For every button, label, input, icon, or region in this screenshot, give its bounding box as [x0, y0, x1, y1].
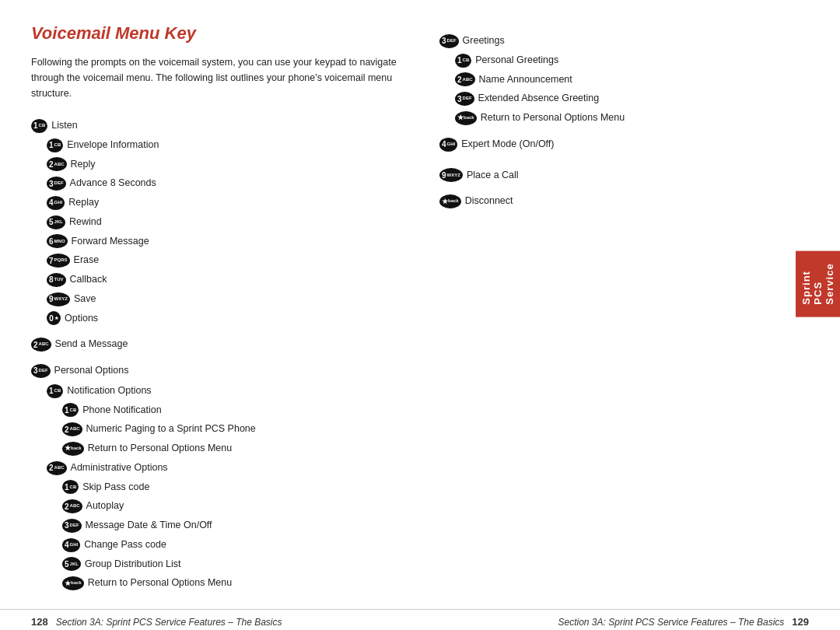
item-label: Phone Notification — [82, 401, 161, 420]
item-label: Send a Message — [55, 335, 128, 354]
key-badge: 2ABC — [62, 499, 82, 513]
key-badge: 6MNO — [47, 234, 68, 248]
key-badge-star: ★back — [62, 442, 84, 456]
item-label: Options — [65, 310, 98, 328]
item-label: Rewind — [69, 213, 102, 232]
list-item: 1CB Notification Options — [47, 382, 401, 401]
item-label: Administrative Options — [71, 459, 168, 478]
sub-list-listen: 1CB Envelope Information 2ABC Reply 3DEF… — [31, 136, 401, 328]
left-column: Voicemail Menu Key Following the prompts… — [31, 23, 424, 593]
item-label: Group Distribution List — [85, 555, 181, 574]
footer-page-right: 129 — [792, 616, 809, 628]
key-badge-star: ★back — [439, 194, 461, 208]
footer-left: 128 Section 3A: Sprint PCS Service Featu… — [31, 616, 420, 628]
list-item: 1CB Skip Pass code — [62, 478, 401, 497]
item-label: Extended Absence Greeting — [478, 89, 600, 108]
key-badge: 3DEF — [47, 177, 66, 191]
key-badge-1: 1CB — [31, 119, 47, 133]
list-item: 2ABC Administrative Options — [47, 459, 401, 478]
key-badge: 9WXYZ — [439, 168, 463, 182]
item-label: Disconnect — [465, 192, 513, 211]
side-tab: Sprint PCS Service — [796, 250, 840, 317]
right-column: 3DEF Greetings 1CB Personal Greetings 2A… — [424, 23, 809, 593]
key-badge: 9WXYZ — [47, 292, 70, 306]
left-menu-list: 1CB Listen 1CB Envelope Information 2ABC… — [31, 117, 401, 593]
list-item: 3DEF Extended Absence Greeting — [455, 89, 809, 108]
list-item: 3DEF Advance 8 Seconds — [47, 174, 401, 193]
list-item: 0★ Options — [47, 310, 401, 328]
key-badge: 5JKL — [47, 215, 65, 229]
key-badge: 8TUV — [47, 273, 66, 287]
list-item: 5JKL Group Distribution List — [62, 555, 401, 574]
item-label: Forward Message — [72, 233, 149, 251]
key-badge: 1CB — [62, 480, 79, 494]
key-badge: 2ABC — [47, 157, 67, 171]
key-badge-star: ★back — [62, 576, 84, 590]
list-item: 5JKL Rewind — [47, 213, 401, 232]
key-badge: 3DEF — [62, 519, 82, 533]
list-item: 3DEF Greetings — [439, 32, 809, 51]
list-item: 6MNO Forward Message — [47, 233, 401, 251]
key-badge: 5JKL — [62, 557, 81, 571]
item-label: Return to Personal Options Menu — [88, 574, 233, 593]
list-item: 4GHI Replay — [47, 194, 401, 212]
item-label: Return to Personal Options Menu — [481, 109, 625, 128]
list-item: 9WXYZ Place a Call — [439, 166, 809, 185]
item-label: Replay — [68, 194, 99, 212]
item-label: Skip Pass code — [82, 478, 149, 497]
key-badge: 1CB — [47, 384, 63, 398]
list-item: 8TUV Callback — [47, 271, 401, 289]
item-label: Expert Mode (On/Off) — [461, 135, 554, 154]
key-badge: 3DEF — [455, 92, 474, 106]
list-item: 2ABC Send a Message — [31, 335, 401, 354]
item-label: Envelope Information — [67, 136, 159, 155]
item-label: Personal Greetings — [475, 51, 558, 70]
item-label: Autoplay — [86, 497, 124, 516]
key-badge: 4GHI — [439, 138, 457, 152]
item-label: Save — [74, 290, 96, 309]
key-badge: 3DEF — [31, 364, 51, 378]
key-badge: 2ABC — [62, 422, 82, 436]
list-item: 9WXYZ Save — [47, 290, 401, 309]
list-item: 7PQRS Erase — [47, 251, 401, 270]
list-item: ★back Return to Personal Options Menu — [455, 109, 809, 128]
right-menu-list: 3DEF Greetings 1CB Personal Greetings 2A… — [439, 32, 809, 211]
list-item: 4GHI Expert Mode (On/Off) — [439, 135, 809, 154]
list-item: 1CB Envelope Information — [47, 136, 401, 155]
key-badge: 1CB — [62, 403, 79, 417]
list-item: ★back Return to Personal Options Menu — [62, 439, 401, 458]
list-item: 2ABC Numeric Paging to a Sprint PCS Phon… — [62, 420, 401, 439]
list-item: 2ABC Autoplay — [62, 497, 401, 516]
item-label: Reply — [71, 156, 96, 174]
sub-list-personal: 1CB Notification Options 1CB Phone Notif… — [31, 382, 401, 593]
list-item: 4GHI Change Pass code — [62, 536, 401, 555]
item-label: Numeric Paging to a Sprint PCS Phone — [86, 420, 256, 439]
list-item: 2ABC Reply — [47, 156, 401, 174]
key-badge: 1CB — [47, 138, 63, 152]
key-badge: 7PQRS — [47, 254, 70, 268]
list-item: 1CB Listen — [31, 117, 401, 135]
footer: 128 Section 3A: Sprint PCS Service Featu… — [0, 609, 840, 630]
list-item: 3DEF Message Date & Time On/Off — [62, 516, 401, 535]
item-label: Change Pass code — [84, 536, 166, 555]
item-label: Place a Call — [467, 166, 519, 185]
item-label: Personal Options — [54, 362, 129, 380]
list-item: 1CB Phone Notification — [62, 401, 401, 420]
main-content: Voicemail Menu Key Following the prompts… — [0, 0, 840, 609]
item-label: Callback — [70, 271, 107, 289]
page-container: Voicemail Menu Key Following the prompts… — [0, 0, 840, 630]
list-item: ★back Return to Personal Options Menu — [62, 574, 401, 593]
item-label: Advance 8 Seconds — [70, 174, 156, 193]
item-label: Name Announcement — [479, 71, 572, 89]
footer-right: Section 3A: Sprint PCS Service Features … — [420, 616, 809, 628]
item-label: Return to Personal Options Menu — [88, 439, 233, 458]
item-label: Erase — [74, 251, 100, 270]
key-badge-star: ★back — [455, 111, 477, 125]
footer-page-left: 128 — [31, 616, 48, 628]
sub-list-greetings: 1CB Personal Greetings 2ABC Name Announc… — [439, 51, 809, 128]
list-item: 1CB Personal Greetings — [455, 51, 809, 70]
key-badge: 2ABC — [47, 461, 67, 475]
item-label: Message Date & Time On/Off — [86, 516, 212, 535]
list-item: 2ABC Name Announcement — [455, 71, 809, 89]
footer-section-left: Section 3A: Sprint PCS Service Features … — [56, 617, 282, 628]
